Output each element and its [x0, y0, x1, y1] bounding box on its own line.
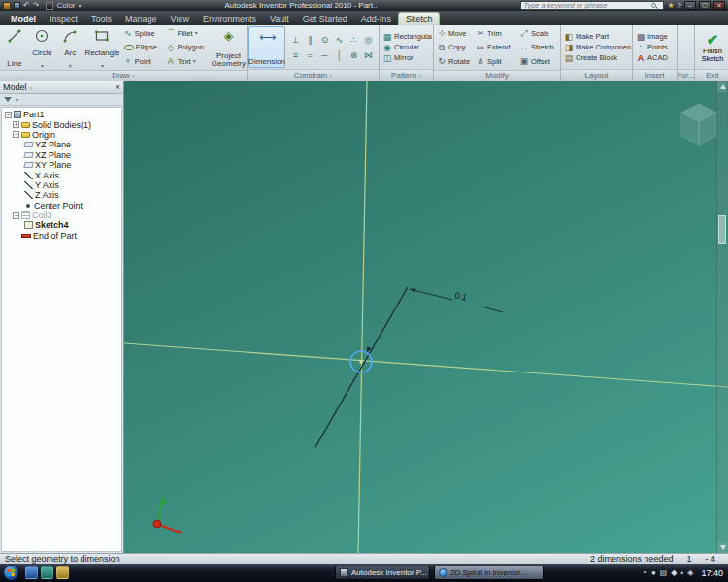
taskbar-clock[interactable]: 17:40 — [701, 568, 723, 578]
tab-manage[interactable]: Manage — [118, 13, 164, 25]
search-input[interactable] — [523, 1, 649, 10]
modify-group-label[interactable]: Modify — [434, 70, 560, 81]
tab-view[interactable]: View — [164, 13, 196, 25]
dropdown-arrow-icon[interactable]: ▾ — [41, 64, 44, 68]
graphics-viewport[interactable]: 0.1 — [124, 81, 728, 553]
finish-sketch-button[interactable]: ✔ Finish Sketch — [696, 26, 728, 68]
sketch-line[interactable] — [315, 287, 408, 447]
quick-launch-icon[interactable] — [25, 566, 38, 579]
project-geometry-button[interactable]: ◈ Project Geometry — [212, 26, 246, 69]
taskbar-button-browser[interactable]: 2D Spiral in Inventor... — [434, 566, 544, 580]
acad-button[interactable]: AACAD — [634, 53, 676, 63]
tray-icon[interactable]: ◓ — [643, 568, 647, 578]
fillet-button[interactable]: ⌒ Fillet ▾ — [164, 26, 211, 41]
tab-add-ins[interactable]: Add-Ins — [354, 13, 398, 25]
tray-icon[interactable]: ◆ — [671, 568, 677, 578]
tangent-constraint-button[interactable]: ⊙ — [317, 32, 332, 48]
tree-item-xz-plane[interactable]: XZ Plane — [2, 150, 121, 160]
maximize-button[interactable]: □ — [699, 1, 711, 10]
scroll-down-icon[interactable] — [717, 542, 727, 553]
chevron-down-icon[interactable]: ▾ — [30, 84, 33, 91]
tree-item-z-axis[interactable]: Z Axis — [2, 190, 121, 200]
arc-button[interactable]: Arc ▾ — [56, 26, 83, 69]
save-icon[interactable] — [14, 2, 20, 9]
tab-model[interactable]: Model — [4, 13, 43, 25]
dimension-line[interactable] — [410, 289, 452, 300]
draw-group-label[interactable]: Draw ▾ — [0, 70, 247, 81]
help-icon[interactable]: ? — [678, 1, 681, 10]
start-button[interactable] — [3, 565, 19, 581]
tree-item-part1[interactable]: − Part1 — [2, 110, 121, 119]
stretch-button[interactable]: ↔Stretch — [517, 41, 559, 55]
horizontal-axis-line[interactable] — [124, 343, 728, 387]
chevron-down-icon[interactable]: ▾ — [79, 2, 82, 9]
tray-icon[interactable]: ▤ — [660, 568, 668, 578]
filter-icon[interactable] — [4, 97, 12, 102]
tab-tools[interactable]: Tools — [84, 13, 118, 25]
circular-pattern-button[interactable]: ◉ Circular — [381, 43, 432, 52]
expand-icon[interactable]: + — [13, 121, 19, 128]
tree-item-x-axis[interactable]: X Axis — [2, 170, 121, 179]
trim-button[interactable]: ✂Trim — [474, 26, 517, 41]
constrain-group-label[interactable]: Constrain ▾ — [248, 69, 379, 81]
make-part-button[interactable]: ◧Make Part — [562, 32, 631, 42]
taskbar-button-inventor[interactable]: Autodesk Inventor P... — [335, 566, 430, 580]
concentric-constraint-button[interactable]: ◎ — [361, 32, 376, 48]
circle-button[interactable]: Circle ▾ — [29, 26, 56, 69]
color-swatch[interactable] — [46, 2, 53, 10]
parallel-constraint-button[interactable]: ∥ — [303, 32, 317, 48]
center-point[interactable] — [359, 360, 362, 363]
format-group-label[interactable]: For... — [678, 69, 694, 81]
rectangular-pattern-button[interactable]: ▦ Rectangular — [381, 32, 432, 42]
tree-item-xy-plane[interactable]: XY Plane — [2, 160, 121, 170]
layout-group-label[interactable]: Layout — [561, 69, 632, 81]
vertical-axis-line[interactable] — [358, 81, 367, 553]
dimension-line[interactable] — [481, 307, 503, 312]
dropdown-arrow-icon[interactable]: ▾ — [69, 64, 72, 68]
collapse-icon[interactable]: − — [13, 131, 19, 138]
point-button[interactable]: + Point — [121, 54, 164, 69]
tree-item-yz-plane[interactable]: YZ Plane — [2, 140, 121, 149]
tree-item-coil3[interactable]: − Coil3 — [2, 210, 121, 220]
tab-sketch[interactable]: Sketch — [398, 12, 441, 25]
viewport-scrollbar[interactable] — [716, 81, 727, 553]
equal-constraint-button[interactable]: = — [303, 48, 317, 63]
make-components-button[interactable]: ◨Make Components — [562, 43, 631, 52]
quick-launch-icon[interactable] — [41, 566, 53, 579]
tray-icon[interactable]: ● — [651, 568, 656, 578]
symmetric-constraint-button[interactable]: ⋈ — [361, 48, 376, 63]
collinear-constraint-button[interactable]: ≡ — [288, 48, 303, 63]
fix-constraint-button[interactable]: ⊗ — [347, 48, 361, 63]
tree-item-y-axis[interactable]: Y Axis — [2, 180, 121, 190]
scale-button[interactable]: ⤢Scale — [517, 26, 559, 41]
dropdown-arrow-icon[interactable]: ▾ — [193, 59, 196, 63]
search-icon[interactable] — [651, 3, 656, 8]
tab-get-started[interactable]: Get Started — [296, 13, 354, 25]
collapse-icon[interactable]: − — [13, 212, 19, 219]
perpendicular-constraint-button[interactable]: ⊥ — [288, 32, 303, 48]
minimize-button[interactable]: – — [684, 1, 696, 10]
tree-item-center-point[interactable]: Center Point — [2, 201, 121, 210]
pattern-group-label[interactable]: Pattern ▾ — [380, 69, 433, 81]
scroll-up-icon[interactable] — [717, 81, 727, 92]
tab-vault[interactable]: Vault — [263, 13, 296, 25]
create-block-button[interactable]: ▤Create Block — [562, 53, 631, 63]
dropdown-arrow-icon[interactable]: ▾ — [195, 31, 198, 35]
favorites-icon[interactable]: ★ — [667, 1, 674, 10]
points-button[interactable]: ∴Points — [634, 43, 676, 52]
offset-button[interactable]: ▣Offset — [517, 54, 559, 69]
polygon-button[interactable]: ◇ Polygon — [164, 41, 211, 55]
rotate-button[interactable]: ↻Rotate — [435, 54, 474, 69]
scrollbar-thumb[interactable] — [718, 215, 726, 244]
tray-icon[interactable]: ▪ — [680, 568, 683, 578]
extend-button[interactable]: ↦Extend — [474, 41, 517, 55]
app-menu-icon[interactable] — [3, 2, 11, 10]
color-label[interactable]: Color — [56, 1, 75, 10]
horizontal-constraint-button[interactable]: ─ — [317, 48, 332, 63]
redo-icon[interactable]: ↷ — [33, 1, 40, 10]
quick-launch-icon[interactable] — [56, 566, 69, 579]
tree-item-origin[interactable]: − Origin — [2, 130, 121, 140]
dimension-button[interactable]: ⟷ Dimension — [248, 26, 285, 68]
view-cube[interactable] — [681, 104, 716, 145]
dimension-value[interactable]: 0.1 — [454, 290, 468, 303]
